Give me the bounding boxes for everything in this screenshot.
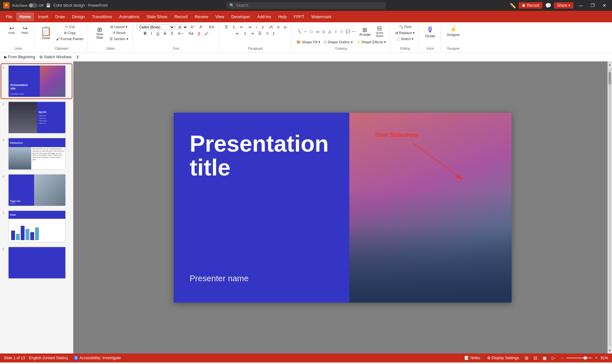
new-slide-button[interactable]: ⊞ NewSlide bbox=[92, 25, 108, 41]
menu-help[interactable]: Help bbox=[275, 12, 290, 21]
designer-button[interactable]: ⚡ Designer bbox=[445, 24, 463, 38]
shape-outline-button[interactable]: ⬡ Shape Outline ▾ bbox=[322, 39, 354, 45]
decrease-indent-button[interactable]: ⇤ bbox=[238, 24, 245, 30]
increase-indent-button[interactable]: ⇥ bbox=[246, 24, 253, 30]
from-beginning-button[interactable]: ▶ From Beginning bbox=[3, 54, 37, 60]
justify-button[interactable]: ☰ bbox=[256, 31, 264, 36]
switch-windows-button[interactable]: ⊞ Switch Windows bbox=[38, 54, 73, 60]
display-settings-button[interactable]: 🖥 Display Settings bbox=[485, 355, 521, 361]
triangle-shape[interactable]: △ bbox=[327, 29, 332, 34]
circle-shape[interactable]: ○ bbox=[333, 29, 339, 34]
format-painter-button[interactable]: 🖌 Format Painter bbox=[55, 36, 85, 41]
pen-icon[interactable]: ✏️ bbox=[510, 3, 516, 9]
menu-draw[interactable]: Draw bbox=[52, 12, 68, 21]
char-spacing-button[interactable]: A↔ bbox=[176, 31, 186, 36]
accessibility-button[interactable]: ♿ Accessibility: Investigate bbox=[72, 355, 123, 361]
reset-button[interactable]: ↺ Reset bbox=[108, 30, 130, 36]
cut-button[interactable]: ✂ Cut bbox=[55, 24, 85, 30]
normal-view-button[interactable]: ⊞ bbox=[523, 355, 530, 361]
search-box[interactable]: 🔍 Search bbox=[226, 2, 386, 9]
shadow-button[interactable]: S bbox=[169, 31, 175, 36]
change-case-button[interactable]: Aa bbox=[187, 31, 195, 36]
save-icon[interactable]: 💾 bbox=[46, 3, 51, 8]
quick-styles-button[interactable]: ⊟ QuickStyles bbox=[373, 24, 386, 39]
zoom-out-button[interactable]: − bbox=[559, 355, 565, 361]
menu-slideshow[interactable]: Slide Show bbox=[143, 12, 171, 21]
menu-record[interactable]: Record bbox=[171, 12, 191, 21]
diamond-shape[interactable]: ◇ bbox=[321, 29, 326, 34]
slide-panel[interactable]: 1 Presentationtitle Presenter name 2 Ag bbox=[0, 61, 73, 353]
text-direction-button[interactable]: ↕A bbox=[266, 24, 275, 30]
center-button[interactable]: ≡ bbox=[242, 31, 248, 36]
comment-icon[interactable]: 💬 bbox=[545, 3, 551, 9]
slide-thumb-5[interactable]: 5 Chart bbox=[1, 209, 72, 244]
columns-button[interactable]: ⫿ bbox=[260, 24, 266, 30]
zoom-in-button[interactable]: + bbox=[593, 355, 599, 361]
redo-button[interactable]: ↪ Redo bbox=[18, 24, 31, 36]
autosave-toggle[interactable]: AutoSave Off bbox=[12, 3, 43, 8]
close-button[interactable]: ✕ bbox=[600, 2, 609, 9]
menu-review[interactable]: Review bbox=[192, 12, 212, 21]
line-shape[interactable]: ╲ bbox=[296, 29, 302, 34]
replace-button[interactable]: ⇄ Replace ▾ bbox=[394, 30, 416, 36]
copy-button[interactable]: ⧉ Copy bbox=[55, 30, 85, 36]
align-text-button[interactable]: ≡ bbox=[275, 24, 281, 30]
section-button[interactable]: ☰ Section ▾ bbox=[108, 36, 130, 42]
notes-button[interactable]: 📝 Notes bbox=[463, 355, 482, 361]
arrow-shape[interactable]: → bbox=[302, 29, 308, 34]
menu-animations[interactable]: Animations bbox=[116, 12, 143, 21]
font-family-select[interactable]: Calibri (Body) bbox=[136, 24, 175, 30]
slide-sorter-button[interactable]: ⊟ bbox=[532, 355, 539, 361]
menu-watermark[interactable]: Watermark bbox=[308, 12, 335, 21]
share-button[interactable]: Share ▾ bbox=[554, 2, 573, 9]
font-size-select[interactable]: 18 bbox=[175, 24, 188, 30]
menu-home[interactable]: Home bbox=[16, 12, 34, 21]
arrange-button[interactable]: ⊞ Arrange bbox=[357, 26, 373, 38]
menu-transitions[interactable]: Transitions bbox=[89, 12, 115, 21]
more-shapes[interactable]: ⋯ bbox=[351, 29, 357, 34]
scroll-up-arrow[interactable]: ▲ bbox=[607, 61, 612, 68]
menu-file[interactable]: File bbox=[3, 12, 16, 21]
find-button[interactable]: 🔍 Find bbox=[394, 24, 416, 30]
smartart-button[interactable]: ⧈ bbox=[282, 24, 288, 30]
font-color-button[interactable]: A̲ bbox=[196, 31, 202, 36]
minimize-button[interactable]: — bbox=[576, 2, 586, 9]
italic-button[interactable]: I bbox=[149, 31, 154, 36]
justify2-button[interactable]: ≡ bbox=[264, 31, 270, 36]
dictate-button[interactable]: 🎙 Dictate bbox=[423, 24, 438, 39]
column-button[interactable]: ⫿ bbox=[271, 31, 277, 36]
slide-show-button[interactable]: ▷ bbox=[550, 355, 557, 361]
align-left-button[interactable]: ⇤ bbox=[234, 31, 241, 36]
bold-button[interactable]: B bbox=[142, 31, 149, 36]
slide-thumb-4[interactable]: 4 Topic one Subtitle bbox=[1, 173, 72, 207]
clear-format-button[interactable]: ✕A bbox=[207, 24, 216, 30]
increase-font-button[interactable]: A⁺ bbox=[189, 24, 197, 30]
line-spacing-button[interactable]: ↕ bbox=[254, 24, 259, 30]
customize-quick-access-button[interactable]: ⊻ bbox=[75, 54, 81, 60]
paste-button[interactable]: 📋 Paste bbox=[38, 25, 54, 41]
reading-view-button[interactable]: ▣ bbox=[541, 355, 548, 361]
callout-shape[interactable]: 💬 bbox=[345, 29, 351, 34]
star-shape[interactable]: ☆ bbox=[339, 29, 345, 34]
rect-shape[interactable]: □ bbox=[309, 29, 314, 34]
underline-button[interactable]: U bbox=[155, 31, 161, 36]
menu-insert[interactable]: Insert bbox=[35, 12, 52, 21]
strikethrough-button[interactable]: S bbox=[162, 31, 168, 36]
autosave-track[interactable] bbox=[29, 3, 38, 8]
bullets-button[interactable]: ☰ bbox=[223, 24, 230, 30]
zoom-slider[interactable] bbox=[566, 357, 592, 359]
menu-fppt[interactable]: FPPT bbox=[290, 12, 307, 21]
numbering-button[interactable]: 1. bbox=[231, 24, 238, 30]
decrease-font-button[interactable]: A⁻ bbox=[198, 24, 206, 30]
shape-fill-button[interactable]: 🎨 Shape Fill ▾ bbox=[295, 39, 322, 45]
scroll-thumb[interactable] bbox=[608, 72, 611, 85]
slide-thumb-1[interactable]: 1 Presentationtitle Presenter name bbox=[1, 64, 72, 98]
menu-developer[interactable]: Developer bbox=[228, 12, 253, 21]
highlight-button[interactable]: 🖊 bbox=[203, 31, 210, 36]
select-button[interactable]: ⬚ Select ▾ bbox=[394, 36, 416, 42]
maximize-button[interactable]: ❐ bbox=[588, 2, 597, 9]
rounded-rect-shape[interactable]: ▭ bbox=[315, 29, 320, 34]
menu-design[interactable]: Design bbox=[69, 12, 88, 21]
slide-thumb-2[interactable]: 2 Agenda • Topic one• Topic two• Topic t… bbox=[1, 100, 72, 135]
shape-effects-button[interactable]: ✨ Shape Effects ▾ bbox=[355, 39, 387, 45]
